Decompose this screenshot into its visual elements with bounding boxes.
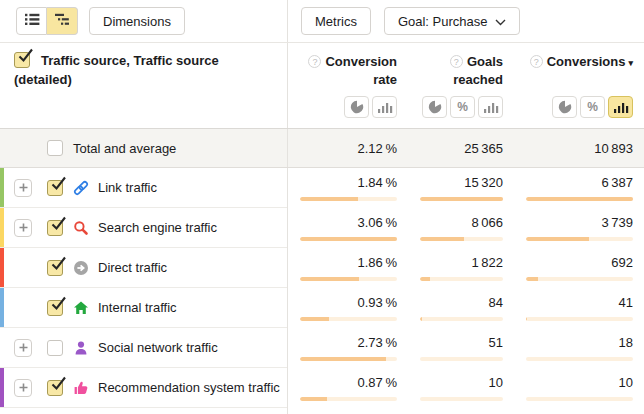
row-checkbox[interactable] [47,220,63,236]
row-checkbox[interactable] [47,180,63,196]
row-label[interactable]: Link traffic [98,180,157,195]
bars-icon [613,101,629,113]
bars-icon [483,101,499,113]
metric-bar-fill [526,317,527,321]
pie-toggle-button[interactable] [422,96,447,118]
metric-bar-fill [300,357,386,361]
row-label[interactable]: Social network traffic [98,340,218,355]
percent-toggle-button[interactable]: % [450,96,475,118]
list-view-button[interactable] [16,7,47,35]
row-metrics: 0.93 % 84 41 [287,288,644,328]
row-metrics: 1.86 % 1 822 692 [287,248,644,288]
metric-bar [526,357,633,361]
row-color-stripe [0,168,4,207]
row-checkbox[interactable] [47,380,63,396]
metric-bar [420,237,503,241]
bars-toggle-button[interactable] [478,96,503,118]
row-color-stripe [0,248,4,287]
thumb-up-icon [73,380,89,396]
expand-button[interactable] [14,339,32,357]
row-metrics: 3.06 % 8 066 3 739 [287,208,644,248]
total-row-checkbox[interactable] [47,140,63,156]
pie-toggle-button[interactable] [344,96,369,118]
total-row: Total and average 2.12 % 25 365 10 893 [0,129,644,168]
row-checkbox[interactable] [47,260,63,276]
table-row: Recommendation system traffic 0.87 % 10 … [0,368,644,408]
percent-icon: % [457,100,468,114]
metric-bar [526,237,633,241]
bars-toggle-button[interactable] [608,96,633,118]
percent-toggle-button[interactable]: % [580,96,605,118]
row-checkbox[interactable] [47,300,63,316]
search-icon [73,220,89,236]
pie-icon [428,100,442,114]
metric-cell: 1 822 [420,254,503,281]
bars-icon [377,101,393,113]
row-dimension-cell: Link traffic [0,168,287,208]
metric-value: 18 [526,334,633,351]
direct-arrow-icon [73,260,89,276]
metric-bar-fill [420,237,464,241]
expand-button[interactable] [14,379,32,397]
metric-bar [300,357,397,361]
metric-headers: ?Conversion rate▾ ?Goals reached▾ % ?Con… [287,43,644,128]
metric-value: 51 [420,334,503,351]
metric-value: 1.86 % [300,254,397,271]
row-label[interactable]: Search engine traffic [98,220,217,235]
expand-button[interactable] [14,219,32,237]
row-label[interactable]: Recommendation system traffic [98,380,280,395]
row-dimension-cell: Direct traffic [0,248,287,288]
metric-column-header: ?Conversions▾ % [526,53,633,128]
help-icon[interactable]: ? [450,55,463,68]
tree-icon [54,13,70,29]
metrics-button[interactable]: Metrics [301,7,371,35]
metric-bar [526,317,633,321]
metric-cell: 3 739 [526,214,633,241]
total-row-left: Total and average [0,129,287,167]
goal-select[interactable]: Goal: Purchase [384,7,520,35]
table-row: Link traffic 1.84 % 15 320 6 387 [0,168,644,208]
row-checkbox[interactable] [47,340,63,356]
select-all-checkbox[interactable] [14,52,30,68]
table-body: Link traffic 1.84 % 15 320 6 387 Search … [0,168,644,408]
dimensions-button[interactable]: Dimensions [89,7,185,35]
pie-toggle-button[interactable] [552,96,577,118]
help-icon[interactable]: ? [530,55,543,68]
metric-bar-fill [526,277,538,281]
metric-cell: 692 [526,254,633,281]
expand-button[interactable] [14,179,32,197]
metric-cell: 2.73 % [300,334,397,361]
metric-value: 3 739 [526,214,633,231]
tree-view-button[interactable] [47,7,78,35]
help-icon[interactable]: ? [308,55,321,68]
bars-toggle-button[interactable] [372,96,397,118]
metric-bar [300,397,397,401]
metric-bar [420,317,503,321]
metric-column-label[interactable]: Conversion rate [325,54,397,87]
metric-bar [420,197,503,201]
metric-bar [526,397,633,401]
metric-cell: 51 [420,334,503,361]
row-dimension-cell: Internal traffic [0,288,287,328]
sort-arrow-icon[interactable]: ▾ [628,58,633,68]
list-icon [24,13,40,29]
table-row: Direct traffic 1.86 % 1 822 692 [0,248,644,288]
metric-bar-fill [300,197,358,201]
metric-value: 0.87 % [300,374,397,391]
metric-value: 2.73 % [300,334,397,351]
table-row: Social network traffic 2.73 % 51 18 [0,328,644,368]
row-label[interactable]: Internal traffic [98,300,177,315]
row-label[interactable]: Direct traffic [98,260,167,275]
metric-column-label[interactable]: Conversions [547,54,626,69]
metric-column-header: ?Conversion rate▾ [300,53,397,128]
toolbar-right: Metrics Goal: Purchase [287,0,644,42]
metric-cell: 8 066 [420,214,503,241]
metric-bar-fill [420,317,422,321]
goal-select-label: Goal: Purchase [398,14,488,29]
row-dimension-cell: Social network traffic [0,328,287,368]
metric-value: 10 893 [526,140,633,157]
total-row-values: 2.12 % 25 365 10 893 [287,129,644,167]
metric-value: 3.06 % [300,214,397,231]
metric-bar [300,317,397,321]
row-metrics: 1.84 % 15 320 6 387 [287,168,644,208]
